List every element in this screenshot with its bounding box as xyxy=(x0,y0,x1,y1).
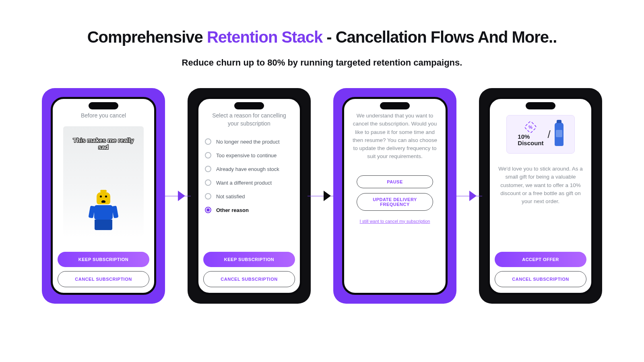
discount-offer-card: % 10% Discount / xyxy=(506,115,575,154)
keep-subscription-button[interactable]: KEEP SUBSCRIPTION xyxy=(58,252,149,267)
separator-slash: / xyxy=(547,128,550,141)
cancel-reason-option[interactable]: Want a different product xyxy=(205,176,293,189)
sad-meme-image: This makes me really sad xyxy=(63,126,144,238)
cancel-subscription-button[interactable]: CANCEL SUBSCRIPTION xyxy=(495,271,586,287)
discount-amount: 10% xyxy=(518,133,530,140)
cancel-reason-label: No longer need the product xyxy=(216,139,280,145)
headline-accent: Retention Stack xyxy=(207,28,322,46)
radio-icon xyxy=(205,152,211,158)
flow-arrow-2 xyxy=(308,191,336,201)
phone-mock-1: Before you cancel This makes me really s… xyxy=(51,97,156,295)
cancel-reason-option[interactable]: No longer need the product xyxy=(205,135,293,148)
percent-badge-icon: % xyxy=(524,120,537,134)
cancel-reason-label: Not satisfied xyxy=(216,193,245,200)
phone-mock-2: Select a reason for cancelling your subs… xyxy=(196,97,302,295)
cancel-reason-option[interactable]: Not satisfied xyxy=(205,189,293,203)
accept-offer-button[interactable]: ACCEPT OFFER xyxy=(495,252,586,267)
cancel-reason-label: Want a different product xyxy=(216,180,272,186)
cancel-reason-label: Too expensive to continue xyxy=(216,152,277,158)
cancel-reason-option[interactable]: Already have enough stock xyxy=(205,162,293,176)
discount-word: Discount xyxy=(518,140,543,146)
radio-icon xyxy=(205,207,211,213)
radio-icon xyxy=(205,193,211,200)
cancel-reason-option[interactable]: Too expensive to continue xyxy=(205,148,293,162)
lego-minifig-icon xyxy=(94,190,113,230)
flow-row: Before you cancel This makes me really s… xyxy=(24,88,620,304)
cancel-reason-label: Already have enough stock xyxy=(216,166,279,172)
radio-icon xyxy=(205,138,211,145)
flow-card-2: Select a reason for cancelling your subs… xyxy=(188,88,311,304)
flow-arrow-3 xyxy=(453,191,482,201)
radio-icon xyxy=(205,166,211,172)
headline-post: - Cancellation Flows And More.. xyxy=(322,28,557,46)
arrow-right-icon xyxy=(469,191,477,201)
arrow-right-icon xyxy=(178,191,185,201)
cancel-subscription-button[interactable]: CANCEL SUBSCRIPTION xyxy=(203,271,295,287)
bottle-icon xyxy=(555,123,564,146)
flow-arrow-1 xyxy=(162,191,191,201)
meme-caption: This makes me really sad xyxy=(63,137,144,151)
flow-card-3: We understand that you want to cancel th… xyxy=(333,88,456,304)
pause-button[interactable]: PAUSE xyxy=(357,175,433,188)
still-cancel-link[interactable]: I still want to cancel my subscription xyxy=(349,219,441,224)
phone-2-title: Select a reason for cancelling your subs… xyxy=(203,112,295,128)
phone-1-title: Before you cancel xyxy=(58,112,149,120)
page-subhead: Reduce churn up to 80% by running target… xyxy=(24,58,620,68)
phone-mock-4: % 10% Discount / We'd love you to stick … xyxy=(488,97,593,295)
phone-mock-3: We understand that you want to cancel th… xyxy=(342,97,448,295)
cancel-reason-label: Other reason xyxy=(216,207,249,213)
radio-icon xyxy=(205,179,211,186)
page-headline: Comprehensive Retention Stack - Cancella… xyxy=(24,28,620,46)
pause-body-text: We understand that you want to cancel th… xyxy=(349,112,441,161)
arrow-right-icon xyxy=(324,191,331,201)
keep-subscription-button[interactable]: KEEP SUBSCRIPTION xyxy=(203,252,295,267)
headline-pre: Comprehensive xyxy=(87,28,207,46)
update-frequency-button[interactable]: UPDATE DELIVERY FREQUENCY xyxy=(357,193,433,211)
offer-body-text: We'd love you to stick around. As a smal… xyxy=(495,165,586,206)
cancel-subscription-button[interactable]: CANCEL SUBSCRIPTION xyxy=(58,271,149,287)
flow-card-1: Before you cancel This makes me really s… xyxy=(42,88,165,304)
flow-card-4: % 10% Discount / We'd love you to stick … xyxy=(479,88,602,304)
cancel-reason-option-selected[interactable]: Other reason xyxy=(205,203,293,217)
cancel-reason-list: No longer need the product Too expensive… xyxy=(203,135,295,217)
